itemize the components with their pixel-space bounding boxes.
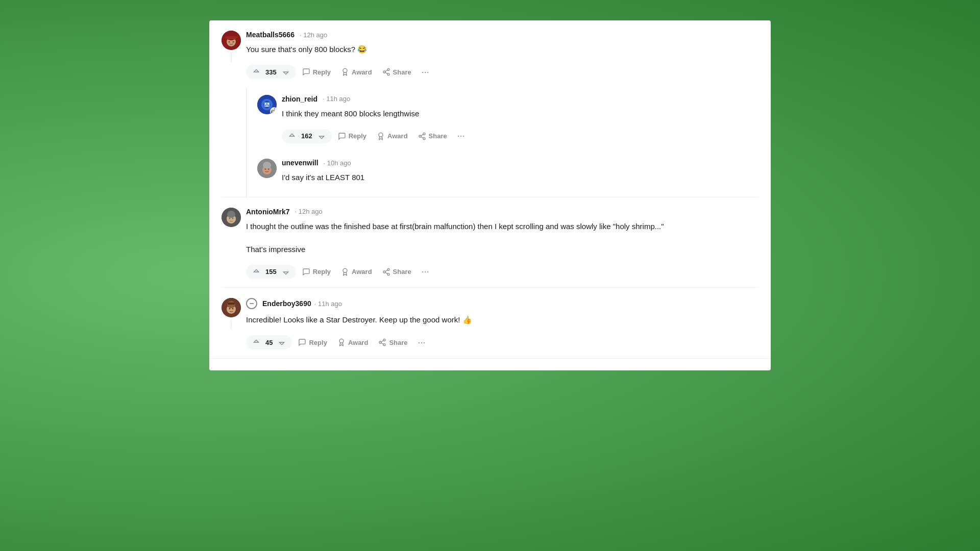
- username-antonio: AntonioMrk7: [246, 208, 290, 216]
- svg-point-35: [229, 217, 231, 219]
- comment-3-text: Incredible! Looks like a Star Destroyer.…: [246, 314, 758, 326]
- svg-point-51: [383, 339, 385, 341]
- upvote-btn-2[interactable]: [250, 267, 262, 277]
- svg-rect-49: [228, 303, 235, 305]
- share-btn-r11[interactable]: Share: [414, 130, 451, 142]
- comment-3-actions: 45 Reply Award Sha: [246, 331, 758, 358]
- svg-rect-19: [265, 106, 268, 107]
- svg-point-38: [343, 268, 347, 272]
- svg-point-40: [383, 271, 385, 273]
- zhion-badge: 🤖: [270, 107, 277, 114]
- svg-point-20: [379, 133, 383, 137]
- share-btn-1[interactable]: Share: [378, 66, 415, 78]
- comment-2: AntonioMrk7 · 12h ago I thought the outl…: [209, 197, 771, 288]
- username-unevenwill: unevenwill: [282, 159, 318, 167]
- more-btn-2[interactable]: ···: [418, 264, 433, 279]
- timestamp-enderboy: · 11h ago: [314, 300, 342, 308]
- svg-point-53: [383, 344, 385, 346]
- upvote-btn-3[interactable]: [250, 337, 262, 347]
- share-btn-2[interactable]: Share: [378, 266, 415, 278]
- reply-1-1-header: zhion_reid · 11h ago: [282, 95, 758, 103]
- svg-line-11: [385, 72, 387, 74]
- svg-rect-18: [267, 103, 269, 105]
- award-btn-3[interactable]: Award: [333, 336, 373, 348]
- username-zhion: zhion_reid: [282, 95, 317, 103]
- downvote-btn-r11[interactable]: [315, 131, 328, 141]
- reply-btn-r11[interactable]: Reply: [334, 130, 371, 142]
- svg-point-52: [379, 341, 381, 343]
- comment-2-header: AntonioMrk7 · 12h ago: [246, 208, 758, 216]
- reply-1-2: unevenwill · 10h ago I'd say it's at LEA…: [257, 152, 758, 197]
- award-btn-2[interactable]: Award: [337, 266, 376, 278]
- reply-1-2-header: unevenwill · 10h ago: [282, 159, 758, 167]
- timestamp-meatballs: · 12h ago: [300, 31, 327, 39]
- svg-point-6: [233, 41, 234, 43]
- comment-2-subtext: That's impressive: [246, 245, 305, 254]
- avatar-zhion: 🤖: [257, 95, 277, 114]
- reply-1-1-actions: 162 Reply: [282, 124, 758, 152]
- svg-point-48: [232, 308, 234, 310]
- avatar-meatballs: [222, 31, 241, 50]
- comment-2-text: I thought the outline was the finished b…: [246, 221, 758, 256]
- collapse-btn-3[interactable]: −: [246, 298, 257, 309]
- more-btn-r11[interactable]: ···: [453, 129, 469, 143]
- reply-btn-2[interactable]: Reply: [298, 266, 335, 278]
- vote-count-1: 335: [263, 68, 279, 76]
- svg-line-43: [385, 270, 387, 271]
- reply-1-1: 🤖 zhion_reid · 11h ago I think they mean…: [257, 88, 758, 152]
- avatar-antonio: [222, 208, 241, 227]
- partial-comment: [209, 358, 771, 370]
- username-enderboy: Enderboy3690: [262, 299, 311, 308]
- avatar-unevenwill: [257, 159, 277, 178]
- timestamp-zhion: · 11h ago: [323, 95, 350, 103]
- svg-point-22: [419, 135, 421, 137]
- upvote-btn-1[interactable]: [250, 67, 262, 77]
- downvote-btn-2[interactable]: [280, 267, 292, 277]
- vote-count-r11: 162: [299, 132, 314, 140]
- svg-line-42: [385, 272, 387, 274]
- downvote-btn-1[interactable]: [280, 67, 292, 77]
- comment-3-header-row: − Enderboy3690 · 11h ago: [246, 298, 758, 309]
- replies-comment-1: 🤖 zhion_reid · 11h ago I think they mean…: [246, 88, 758, 197]
- downvote-btn-3[interactable]: [276, 337, 288, 347]
- comment-1-header: Meatballs5666 · 12h ago: [246, 31, 758, 39]
- timestamp-unevenwill: · 10h ago: [324, 159, 351, 167]
- comment-3: − Enderboy3690 · 11h ago Incredible! Loo…: [209, 288, 771, 358]
- share-btn-3[interactable]: Share: [374, 336, 411, 348]
- svg-line-12: [385, 70, 387, 71]
- svg-point-9: [383, 71, 385, 73]
- svg-point-30: [263, 162, 271, 169]
- svg-point-5: [229, 41, 230, 43]
- svg-point-37: [227, 211, 235, 218]
- svg-rect-17: [265, 103, 266, 105]
- more-btn-3[interactable]: ···: [414, 335, 430, 350]
- upvote-btn-r11[interactable]: [286, 131, 298, 141]
- svg-point-50: [339, 339, 344, 343]
- svg-line-25: [421, 134, 423, 136]
- more-btn-1[interactable]: ···: [418, 65, 433, 80]
- comments-card: Meatballs5666 · 12h ago You sure that's …: [209, 20, 771, 370]
- vote-group-3: 45: [246, 335, 292, 349]
- comment-1: Meatballs5666 · 12h ago You sure that's …: [209, 20, 771, 197]
- timestamp-antonio: · 12h ago: [295, 208, 323, 215]
- reply-1-2-text: I'd say it's at LEAST 801: [282, 172, 758, 184]
- svg-point-36: [232, 217, 234, 219]
- avatar-enderboy: [222, 298, 241, 317]
- vote-group-r11: 162: [282, 129, 332, 143]
- svg-line-55: [381, 340, 384, 342]
- svg-point-21: [423, 133, 425, 135]
- svg-point-10: [387, 73, 389, 76]
- comment-2-actions: 155 Reply Award Sh: [246, 260, 758, 287]
- reply-btn-3[interactable]: Reply: [294, 336, 331, 348]
- vote-count-2: 155: [263, 268, 279, 276]
- award-btn-1[interactable]: Award: [337, 66, 376, 78]
- vote-count-3: 45: [263, 339, 275, 346]
- svg-point-8: [387, 68, 389, 70]
- svg-line-54: [381, 343, 384, 344]
- svg-point-4: [225, 36, 238, 39]
- svg-line-24: [421, 137, 423, 138]
- comment-1-text: You sure that's only 800 blocks? 😂: [246, 44, 758, 56]
- comment-1-actions: 335 Reply: [246, 61, 758, 88]
- reply-btn-1[interactable]: Reply: [298, 66, 335, 78]
- award-btn-r11[interactable]: Award: [373, 130, 412, 142]
